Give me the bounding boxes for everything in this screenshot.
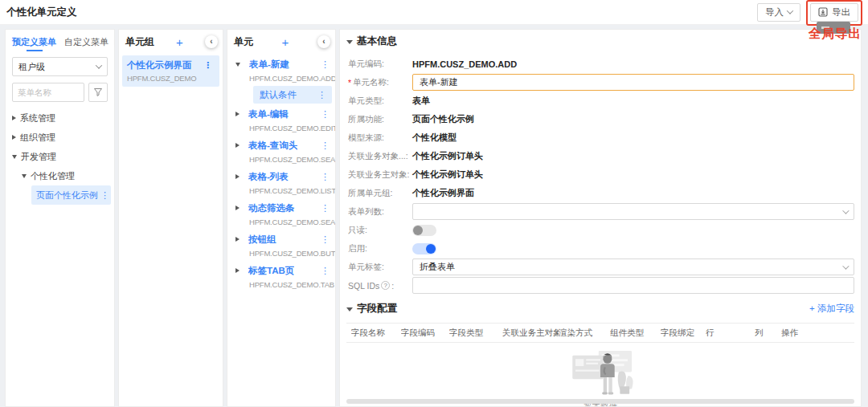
tree-item-label: 组织管理 — [20, 132, 55, 144]
unit-tag-select[interactable]: 折叠表单 — [412, 258, 854, 275]
more-icon[interactable]: ⋮ — [318, 266, 332, 276]
basic-info-section-header[interactable]: 基本信息 — [346, 35, 854, 48]
export-button[interactable]: 导出 — [810, 3, 858, 22]
tab-custom-menu[interactable]: 自定义菜单 — [64, 31, 108, 53]
unit-group-item-name: 个性化示例界面⋮ — [127, 59, 215, 71]
field-label: 启用: — [348, 243, 412, 254]
import-button-label: 导入 — [765, 6, 784, 18]
horizontal-scrollbar[interactable] — [346, 399, 854, 404]
readonly-toggle[interactable] — [412, 225, 436, 236]
field-label: 表单列数: — [348, 206, 412, 218]
more-icon[interactable]: ⋮ — [315, 90, 329, 100]
unit-group-title: 单元组 — [125, 35, 154, 49]
tree-item[interactable]: 个性化管理 — [6, 166, 114, 185]
field-config-section-header[interactable]: 字段配置 + 添加字段 — [346, 302, 854, 315]
collapse-panel-icon[interactable]: ‹ — [317, 35, 330, 48]
menu-tree: 系统管理组织管理开发管理个性化管理页面个性化示例⋮ — [6, 108, 114, 205]
unit-item-name: 标签TAB页 — [248, 265, 294, 277]
more-icon[interactable]: ⋮ — [318, 59, 332, 70]
add-unit-button[interactable]: + — [282, 36, 289, 48]
unit-header: 单元 + ‹ — [227, 30, 335, 54]
unit-item-row[interactable]: 表格-列表⋮ — [227, 168, 335, 185]
unit-item-code: HPFM.CUSZ_DEMO.SEARCH — [227, 154, 335, 166]
more-icon[interactable]: ⋮ — [318, 203, 332, 214]
export-button-label: 导出 — [832, 6, 850, 18]
menu-tabs: 预定义菜单 自定义菜单 ‹ — [6, 30, 114, 54]
field-label: 单元标签: — [348, 262, 412, 273]
field-label: 关联业务对象...: — [348, 151, 412, 162]
content: 预定义菜单 自定义菜单 ‹ 租户级 系统管理组织管理开发管理个性化管理页面个性化… — [0, 29, 868, 407]
detail-panel: 基本信息 单元编码:HPFM.CUSZ_DEMO.ADD*单元名称:表单-新建单… — [339, 29, 862, 407]
column-header: 字段类型 — [449, 328, 502, 339]
parent-function-value: 页面个性化示例 — [412, 113, 474, 125]
form-columns-select[interactable] — [412, 203, 854, 220]
form-row-model-source: 模型来源:个性化模型 — [348, 129, 854, 146]
field-label: 所属功能: — [348, 114, 412, 125]
export-button-wrap: 导出 — [810, 3, 858, 22]
chevron-down-icon — [842, 207, 849, 214]
chevron-down-icon — [96, 62, 102, 68]
caret-right-icon — [235, 112, 240, 116]
unit-item-name: 表格-列表 — [248, 171, 289, 183]
tree-item[interactable]: 组织管理 — [6, 128, 114, 147]
column-header: 字段编码 — [401, 328, 449, 339]
unit-item-row[interactable]: 表单-编辑⋮ — [227, 105, 335, 123]
add-field-button[interactable]: + 添加字段 — [809, 303, 854, 315]
related-business-main-object-value: 个性化示例订单头 — [412, 169, 483, 181]
topbar: 个性化单元定义 导入 导出 — [0, 0, 868, 25]
field-label: 单元类型: — [348, 96, 412, 107]
unit-group-list: 个性化示例界面⋮HPFM.CUSZ_DEMO — [119, 55, 223, 87]
add-unit-group-button[interactable]: + — [176, 36, 183, 48]
unit-item-name: 表单-新建 — [249, 59, 289, 71]
menu-panel: 预定义菜单 自定义菜单 ‹ 租户级 系统管理组织管理开发管理个性化管理页面个性化… — [5, 29, 115, 407]
tab-predefined-menu[interactable]: 预定义菜单 — [12, 31, 56, 53]
tree-item[interactable]: 开发管理 — [6, 147, 114, 166]
related-business-object-value: 个性化示例订单头 — [412, 150, 483, 162]
enabled-toggle[interactable] — [412, 243, 436, 254]
unit-group-item-code: HPFM.CUSZ_DEMO — [127, 74, 215, 83]
tree-item[interactable]: 系统管理 — [6, 108, 114, 128]
unit-item-row[interactable]: 动态筛选条⋮ — [227, 199, 335, 217]
sql-ids-input[interactable] — [412, 277, 854, 294]
menu-search-input[interactable] — [12, 83, 84, 102]
caret-right-icon — [235, 237, 240, 242]
basic-info-title: 基本信息 — [357, 35, 397, 48]
form-row-unit-code: 单元编码:HPFM.CUSZ_DEMO.ADD — [348, 55, 854, 72]
tenant-level-select[interactable]: 租户级 — [12, 57, 108, 76]
field-label: SQL IDs?: — [348, 281, 412, 291]
more-icon[interactable]: ⋮ — [318, 234, 332, 245]
unit-item-row[interactable]: 按钮组⋮ — [227, 230, 335, 248]
unit-item-row[interactable]: 表格-查询头⋮ — [227, 136, 335, 154]
form-row-unit-tag: 单元标签:折叠表单 — [348, 258, 854, 275]
field-label: 模型来源: — [348, 132, 412, 144]
header-actions: 导入 导出 — [757, 3, 862, 22]
unit-panel: 单元 + ‹ 表单-新建⋮HPFM.CUSZ_DEMO.ADD默认条件⋮表单-编… — [227, 29, 336, 407]
field-table-header: 字段名称字段编码字段类型关联业务主对象渲染方式组件类型字段绑定行列操作 — [346, 323, 854, 343]
tree-item-label: 个性化管理 — [31, 170, 75, 182]
more-icon[interactable]: ⋮ — [318, 172, 332, 182]
unit-item-name: 表格-查询头 — [248, 140, 297, 152]
tenant-level-value: 租户级 — [18, 61, 45, 73]
unit-child-item[interactable]: 默认条件⋮ — [253, 86, 332, 104]
collapse-panel-icon[interactable]: ‹ — [205, 35, 218, 48]
unit-tag-value: 折叠表单 — [420, 261, 455, 273]
unit-group-item[interactable]: 个性化示例界面⋮HPFM.CUSZ_DEMO — [122, 55, 219, 87]
more-icon[interactable]: ⋮ — [318, 109, 332, 120]
unit-name-input[interactable]: 表单-新建 — [412, 74, 854, 91]
chevron-down-icon — [842, 263, 849, 269]
more-icon[interactable]: ⋮ — [318, 140, 332, 151]
tree-item-label: 开发管理 — [21, 151, 56, 163]
caret-right-icon — [235, 268, 240, 273]
unit-item-code: HPFM.CUSZ_DEMO.TAB — [227, 279, 335, 291]
filter-button[interactable] — [88, 83, 108, 102]
more-icon[interactable]: ⋮ — [201, 60, 215, 71]
unit-item-row[interactable]: 标签TAB页⋮ — [227, 262, 335, 279]
filter-icon — [93, 88, 103, 97]
more-icon[interactable]: ⋮ — [98, 190, 111, 201]
unit-item-row[interactable]: 表单-新建⋮ — [227, 55, 335, 73]
tree-item[interactable]: 页面个性化示例⋮ — [31, 185, 111, 205]
unit-group-name-label: 个性化示例界面 — [127, 59, 192, 71]
form-row-unit-name: *单元名称:表单-新建 — [348, 74, 854, 91]
unit-group-header: 单元组 + ‹ — [119, 30, 223, 54]
import-button[interactable]: 导入 — [757, 3, 800, 22]
